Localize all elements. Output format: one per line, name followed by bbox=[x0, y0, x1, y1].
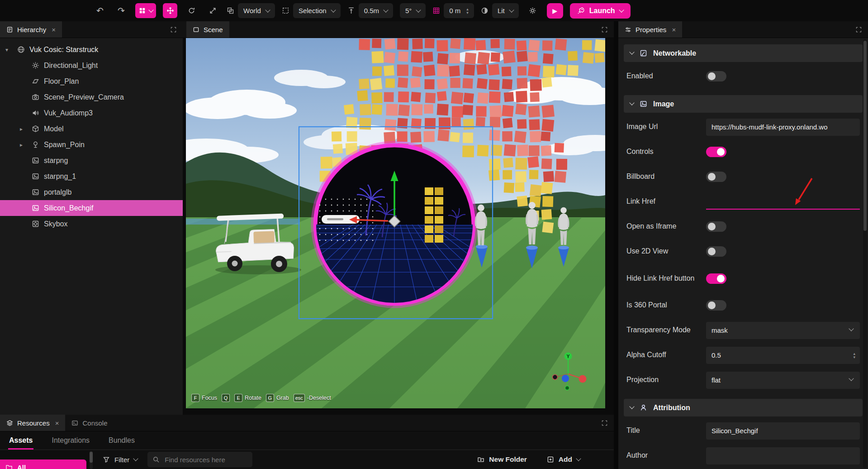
chevron-right-icon[interactable]: ▸ bbox=[20, 126, 32, 132]
section-image[interactable]: Image bbox=[624, 95, 863, 113]
grid-snap-icon[interactable] bbox=[432, 7, 440, 14]
is-360-portal-toggle[interactable] bbox=[706, 300, 726, 311]
image-icon bbox=[32, 157, 39, 164]
scrollbar-thumb[interactable] bbox=[90, 452, 93, 463]
launch-label: Launch bbox=[589, 7, 615, 15]
resources-panel: Resources × Console Assets Integrations … bbox=[0, 415, 614, 469]
chevron-down-icon bbox=[619, 7, 624, 12]
tab-hierarchy[interactable]: Hierarchy × bbox=[0, 21, 62, 38]
scene-3d-view[interactable]: Y bbox=[186, 38, 605, 408]
open-iframe-toggle[interactable] bbox=[706, 221, 726, 232]
author-input[interactable] bbox=[706, 447, 860, 464]
prop-row-open-iframe: Open as Iframe bbox=[618, 214, 868, 239]
properties-tab-label: Properties bbox=[636, 26, 666, 34]
stepper-arrows-icon[interactable]: ▴▾ bbox=[466, 7, 469, 14]
undo-button[interactable]: ↶ bbox=[93, 3, 107, 18]
prop-label: Link Href bbox=[626, 197, 706, 206]
close-resources-tab-icon[interactable]: × bbox=[55, 419, 59, 427]
expand-scene-panel-icon[interactable] bbox=[601, 26, 608, 33]
close-properties-tab-icon[interactable]: × bbox=[672, 26, 676, 34]
enabled-toggle[interactable] bbox=[706, 71, 726, 81]
hierarchy-item-directional-light[interactable]: Directional_Light bbox=[0, 57, 183, 73]
scrollbar-thumb[interactable] bbox=[863, 41, 867, 231]
close-hierarchy-tab-icon[interactable]: × bbox=[52, 26, 56, 34]
filter-button[interactable]: Filter bbox=[100, 456, 140, 464]
chevron-down-icon bbox=[629, 49, 634, 54]
chevron-down-icon[interactable]: ▾ bbox=[5, 47, 17, 53]
tab-resources[interactable]: Resources × bbox=[0, 415, 65, 431]
resources-tab-icon bbox=[6, 420, 13, 426]
resources-search[interactable] bbox=[147, 452, 252, 467]
hierarchy-item-starpng-1[interactable]: starpng_1 bbox=[0, 168, 183, 184]
prop-label: Billboard bbox=[626, 172, 706, 182]
scene-viewport[interactable]: Y F Focus Q E Rotate G Grab esc -Deselec… bbox=[186, 38, 605, 408]
tab-scene[interactable]: Scene bbox=[186, 21, 229, 38]
section-title: Networkable bbox=[653, 49, 696, 57]
subtab-assets[interactable]: Assets bbox=[8, 431, 33, 450]
grid-tool-button[interactable] bbox=[135, 3, 156, 18]
billboard-toggle[interactable] bbox=[706, 172, 726, 182]
selection-mode-dropdown[interactable]: Selection bbox=[293, 3, 341, 18]
add-button[interactable]: Add bbox=[547, 455, 580, 464]
folders-scrollbar[interactable] bbox=[90, 451, 93, 469]
hierarchy-item-portalglb[interactable]: portalglb bbox=[0, 184, 183, 200]
move-tool-button[interactable] bbox=[163, 3, 177, 18]
scene-panel: Scene bbox=[183, 21, 614, 415]
alpha-cutoff-stepper[interactable]: 0.5 ▴▾ bbox=[706, 347, 860, 364]
subtab-integrations[interactable]: Integrations bbox=[51, 431, 90, 450]
image-url-input[interactable] bbox=[706, 119, 860, 136]
hierarchy-item-audio[interactable]: Vuk_Audiomp3 bbox=[0, 105, 183, 121]
prop-row-controls: Controls bbox=[618, 139, 868, 164]
hierarchy-item-starpng[interactable]: starpng bbox=[0, 153, 183, 168]
expand-hierarchy-panel-icon[interactable] bbox=[170, 26, 177, 33]
prop-row-transparency: Transparency Mode mask bbox=[618, 318, 868, 343]
tab-properties[interactable]: Properties × bbox=[618, 21, 682, 38]
hierarchy-item-skybox[interactable]: Skybox bbox=[0, 216, 183, 232]
rotate-snap-dropdown[interactable]: 5° bbox=[400, 3, 426, 18]
prop-row-link-href: Link Href bbox=[618, 189, 868, 214]
section-attribution[interactable]: Attribution bbox=[624, 399, 863, 416]
chevron-right-icon[interactable]: ▸ bbox=[20, 142, 32, 148]
translate-snap-dropdown[interactable]: 0.5m bbox=[359, 3, 393, 18]
scale-tool-button[interactable] bbox=[205, 3, 220, 18]
hierarchy-item-spawn-point[interactable]: ▸ Spawn_Poin bbox=[0, 137, 183, 153]
transform-space-dropdown[interactable]: World bbox=[238, 3, 275, 18]
title-input[interactable] bbox=[706, 422, 860, 440]
settings-button[interactable] bbox=[526, 3, 540, 18]
hide-link-href-toggle[interactable] bbox=[706, 273, 726, 284]
stepper-arrows-icon[interactable]: ▴▾ bbox=[853, 352, 855, 359]
grid-height-stepper[interactable]: 0 m ▴▾ bbox=[444, 3, 474, 18]
prop-row-projection: Projection flat bbox=[618, 368, 868, 392]
hierarchy-item-model[interactable]: ▸ Model bbox=[0, 121, 183, 137]
use-2d-view-toggle[interactable] bbox=[706, 246, 726, 257]
hierarchy-item-root[interactable]: ▾ Vuk Cosic: Starstruck bbox=[0, 42, 183, 57]
prop-label: Title bbox=[626, 426, 706, 436]
projection-select[interactable]: flat bbox=[706, 372, 860, 389]
hierarchy-item-silicon-bechgif[interactable]: Silicon_Bechgif bbox=[0, 200, 183, 216]
link-href-input[interactable] bbox=[706, 194, 860, 210]
hint-label: Focus bbox=[202, 395, 217, 401]
new-folder-button[interactable]: New Folder bbox=[477, 455, 527, 464]
tab-console[interactable]: Console bbox=[65, 415, 114, 431]
hint-label: -Deselect bbox=[307, 395, 331, 401]
expand-properties-panel-icon[interactable] bbox=[855, 26, 862, 33]
launch-button[interactable]: Launch bbox=[570, 3, 631, 19]
transparency-mode-select[interactable]: mask bbox=[706, 322, 860, 339]
hierarchy-item-scene-preview-camera[interactable]: Scene_Preview_Camera bbox=[0, 89, 183, 105]
chevron-down-icon bbox=[133, 456, 138, 461]
hierarchy-item-floor-plan[interactable]: Floor_Plan bbox=[0, 73, 183, 89]
controls-toggle[interactable] bbox=[706, 147, 726, 157]
folder-item-all[interactable]: All bbox=[0, 459, 86, 469]
prop-label: Transparency Mode bbox=[626, 325, 706, 335]
chevron-down-icon bbox=[331, 7, 336, 12]
properties-scrollbar[interactable] bbox=[863, 39, 867, 468]
subtab-bundles[interactable]: Bundles bbox=[108, 431, 136, 450]
play-button[interactable]: ▶ bbox=[547, 3, 563, 19]
rotate-tool-button[interactable] bbox=[184, 3, 199, 18]
expand-resources-panel-icon[interactable] bbox=[601, 420, 608, 426]
redo-button[interactable]: ↷ bbox=[114, 3, 128, 18]
lighting-dropdown[interactable]: Lit bbox=[492, 3, 519, 18]
section-networkable[interactable]: Networkable bbox=[624, 44, 863, 62]
search-input[interactable] bbox=[164, 455, 247, 464]
resources-folder-list: All bbox=[0, 450, 93, 469]
